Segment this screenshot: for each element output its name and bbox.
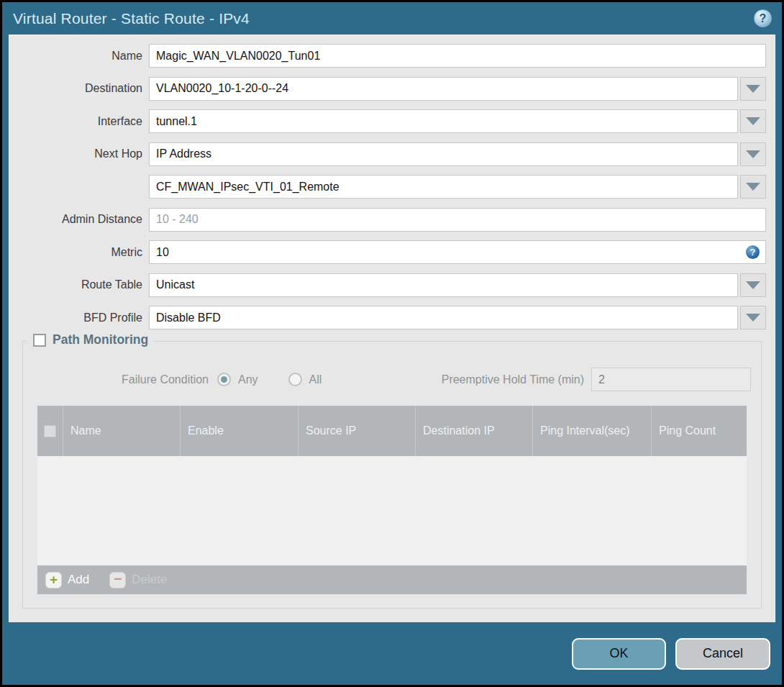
table-toolbar: + Add − Delete	[37, 565, 747, 594]
path-monitoring-section: Path Monitoring Failure Condition Any Al…	[22, 341, 762, 609]
preemptive-hold-time-input[interactable]	[591, 368, 751, 391]
metric-label: Metric	[9, 246, 149, 259]
bfd-profile-dropdown-button[interactable]	[740, 306, 766, 329]
chevron-down-icon	[746, 281, 760, 289]
dialog-footer: OK Cancel	[2, 622, 782, 685]
path-monitoring-legend: Path Monitoring	[27, 332, 154, 347]
form-panel: Name Destination Interface	[9, 35, 775, 622]
help-icon[interactable]: ?	[754, 9, 772, 27]
add-button[interactable]: + Add	[45, 572, 89, 588]
form-row-name: Name	[9, 44, 775, 68]
form-row-metric: Metric ?	[9, 240, 775, 264]
failure-condition-all-radio[interactable]	[288, 373, 302, 386]
destination-label: Destination	[9, 82, 149, 95]
dialog-title-bar: Virtual Router - Static Route - IPv4 ?	[2, 2, 782, 35]
form-row-interface: Interface	[9, 109, 775, 133]
chevron-down-icon	[746, 150, 760, 158]
add-button-label: Add	[68, 573, 89, 587]
column-header-destination-ip: Destination IP	[415, 406, 532, 456]
select-all-checkbox[interactable]	[44, 425, 56, 437]
column-header-ping-count: Ping Count	[651, 406, 747, 456]
failure-condition-label: Failure Condition	[23, 373, 217, 386]
chevron-down-icon	[746, 314, 760, 322]
metric-info-icon: ?	[746, 245, 760, 259]
next-hop-label: Next Hop	[9, 147, 149, 160]
bfd-profile-label: BFD Profile	[9, 311, 149, 324]
chevron-down-icon	[746, 85, 760, 93]
delete-button[interactable]: − Delete	[109, 572, 167, 588]
minus-icon: −	[109, 572, 126, 588]
chevron-down-icon	[746, 183, 760, 191]
path-monitoring-table: Name Enable Source IP Destination IP Pin…	[37, 406, 747, 594]
admin-distance-label: Admin Distance	[9, 213, 149, 226]
static-route-dialog: Virtual Router - Static Route - IPv4 ? N…	[2, 2, 782, 685]
ok-button[interactable]: OK	[572, 638, 666, 670]
screenshot-frame: Virtual Router - Static Route - IPv4 ? N…	[0, 0, 784, 687]
interface-input[interactable]	[149, 109, 738, 133]
form-row-admin-distance: Admin Distance	[9, 208, 775, 232]
failure-condition-any-radio[interactable]	[217, 373, 231, 386]
preemptive-hold-time-label: Preemptive Hold Time (min)	[442, 373, 591, 386]
form-row-next-hop-address	[9, 175, 775, 199]
table-header-select	[37, 406, 63, 456]
interface-label: Interface	[9, 115, 149, 128]
path-monitoring-title: Path Monitoring	[53, 332, 148, 347]
next-hop-type-input[interactable]	[149, 142, 738, 166]
admin-distance-input[interactable]	[149, 208, 766, 232]
next-hop-type-dropdown-button[interactable]	[740, 142, 766, 166]
next-hop-address-input[interactable]	[149, 175, 738, 199]
interface-dropdown-button[interactable]	[740, 109, 766, 133]
column-header-name: Name	[63, 406, 180, 456]
form-row-next-hop: Next Hop	[9, 142, 775, 166]
destination-dropdown-button[interactable]	[740, 77, 766, 101]
form-row-destination: Destination	[9, 77, 775, 101]
form-row-bfd-profile: BFD Profile	[9, 306, 775, 329]
route-table-input[interactable]	[149, 273, 738, 297]
route-table-dropdown-button[interactable]	[740, 273, 766, 297]
table-body-empty	[37, 456, 747, 565]
name-label: Name	[9, 50, 149, 63]
failure-condition-row: Failure Condition Any All Preemptive Hol…	[23, 368, 761, 391]
bfd-profile-input[interactable]	[149, 306, 738, 329]
path-monitoring-checkbox[interactable]	[33, 334, 46, 347]
cancel-button[interactable]: Cancel	[675, 638, 770, 670]
plus-icon: +	[45, 572, 62, 588]
column-header-enable: Enable	[180, 406, 298, 456]
chevron-down-icon	[746, 117, 760, 125]
table-header-row: Name Enable Source IP Destination IP Pin…	[37, 406, 747, 456]
form-row-route-table: Route Table	[9, 273, 775, 297]
route-table-label: Route Table	[9, 278, 149, 291]
failure-condition-all-label: All	[309, 373, 322, 386]
failure-condition-any-label: Any	[238, 373, 258, 386]
column-header-ping-interval: Ping Interval(sec)	[532, 406, 651, 456]
delete-button-label: Delete	[132, 573, 167, 587]
name-input[interactable]	[149, 44, 766, 68]
next-hop-address-dropdown-button[interactable]	[740, 175, 766, 199]
destination-input[interactable]	[149, 77, 738, 101]
dialog-title: Virtual Router - Static Route - IPv4	[13, 10, 250, 27]
metric-input[interactable]	[149, 240, 766, 264]
column-header-source-ip: Source IP	[298, 406, 415, 456]
